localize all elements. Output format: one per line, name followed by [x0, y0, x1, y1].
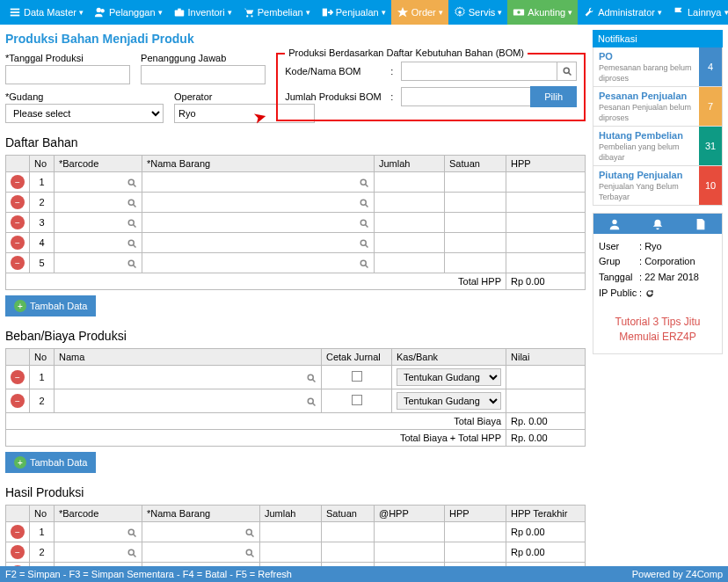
lookup-nama-button[interactable]	[306, 371, 317, 382]
ip-refresh-icon[interactable]	[644, 287, 655, 298]
notif-badge: 4	[699, 47, 722, 86]
chevron-down-icon: ▾	[158, 8, 163, 17]
star-icon	[397, 6, 409, 18]
delete-row-button[interactable]: −	[11, 256, 25, 270]
chevron-down-icon: ▾	[439, 8, 443, 17]
table-row: −2	[6, 193, 586, 213]
lookup-nama-button[interactable]	[359, 236, 369, 247]
plus-icon: +	[14, 456, 26, 469]
cetak-jurnal-checkbox[interactable]	[352, 395, 362, 405]
kas-bank-select[interactable]: Tentukan Gudang	[397, 392, 501, 410]
footer-powered: Powered by Z4Comp	[632, 569, 723, 579]
tab-file-icon[interactable]	[679, 214, 722, 234]
out-icon	[321, 6, 333, 18]
tutorial-link[interactable]: Tutorial 3 Tips Jitu Memulai ERZ4P	[593, 306, 722, 353]
delete-row-button[interactable]: −	[11, 545, 25, 559]
tgl-produksi-label: *Tanggal Produksi	[5, 53, 130, 63]
lookup-nama-button[interactable]	[359, 196, 369, 207]
notif-item[interactable]: Piutang PenjualanPenjualan Yang Belum Te…	[593, 166, 723, 206]
delete-row-button[interactable]: −	[11, 195, 25, 209]
flag-icon	[673, 6, 685, 18]
notif-item[interactable]: Hutang PembelianPembelian yang belum dib…	[593, 127, 723, 166]
delete-row-button[interactable]: −	[11, 525, 25, 539]
notif-subtitle: Penjualan Yang Belum Terbayar	[599, 182, 679, 201]
lookup-nama-button[interactable]	[244, 546, 255, 557]
bom-legend: Produksi Berdasarkan Daftar Kebutuhan Ba…	[285, 47, 528, 58]
delete-row-button[interactable]: −	[11, 370, 25, 384]
lookup-nama-button[interactable]	[359, 176, 369, 186]
menu-pembelian[interactable]: Pembelian▾	[237, 0, 316, 25]
notif-title: Piutang Penjualan	[599, 170, 694, 180]
notif-title: PO	[599, 51, 694, 62]
menu-order[interactable]: Order▾	[391, 0, 448, 25]
chevron-down-icon: ▾	[568, 8, 572, 17]
notif-title: Hutang Pembelian	[599, 130, 694, 141]
lookup-nama-button[interactable]	[359, 216, 369, 227]
notif-subtitle: Pembelian yang belum dibayar	[599, 142, 680, 162]
table-row: −1Tentukan Gudang	[6, 366, 586, 389]
chevron-down-icon: ▾	[724, 8, 729, 17]
lookup-nama-button[interactable]	[359, 257, 369, 267]
delete-row-button[interactable]: −	[11, 215, 25, 229]
lookup-barcode-button[interactable]	[127, 257, 137, 267]
notif-item[interactable]: Pesanan PenjualanPesanan Penjualan belum…	[593, 87, 723, 127]
bom-kode-label: Kode/Nama BOM	[285, 66, 390, 76]
menu-lainnya[interactable]: Lainnya▾	[667, 0, 728, 25]
notif-badge: 7	[699, 87, 722, 126]
bom-pilih-button[interactable]: Pilih	[530, 86, 577, 107]
tab-bell-icon[interactable]	[637, 214, 680, 234]
delete-row-button[interactable]: −	[11, 236, 25, 250]
chevron-down-icon: ▾	[79, 8, 84, 17]
chevron-down-icon: ▾	[498, 8, 502, 17]
lookup-barcode-button[interactable]	[127, 526, 137, 536]
beban-tambah-button[interactable]: +Tambah Data	[5, 452, 96, 473]
lookup-barcode-button[interactable]	[127, 176, 137, 186]
tgl-produksi-input[interactable]	[5, 65, 130, 84]
beban-table: No Nama Cetak Jurnal Kas/Bank Nilai −1Te…	[5, 348, 586, 447]
bom-jml-input[interactable]	[401, 87, 531, 106]
list-icon	[9, 6, 21, 18]
cetak-jurnal-checkbox[interactable]	[352, 371, 362, 382]
user-panel: User: Ryo Grup: Corporation Tanggal: 22 …	[593, 213, 723, 354]
menu-akunting[interactable]: Akunting▾	[507, 0, 578, 25]
menu-penjualan[interactable]: Penjualan▾	[316, 0, 391, 25]
footer-shortcuts: F2 = Simpan - F3 = Simpan Sementara - F4…	[5, 569, 292, 579]
lookup-nama-button[interactable]	[306, 395, 317, 405]
briefcase-icon	[173, 6, 186, 18]
menu-servis[interactable]: Servis▾	[448, 0, 508, 25]
tab-user-icon[interactable]	[593, 214, 637, 234]
kas-bank-select[interactable]: Tentukan Gudang	[397, 368, 501, 386]
bom-kode-input[interactable]	[401, 62, 557, 81]
gear-icon	[454, 6, 466, 18]
money-icon	[513, 6, 525, 18]
menu-data-master[interactable]: Data Master▾	[4, 0, 89, 25]
gudang-select[interactable]: Please select	[5, 104, 164, 123]
notif-subtitle: Pemesanan barang belum diproses	[599, 63, 692, 83]
chevron-down-icon: ▾	[658, 8, 662, 17]
menu-inventori[interactable]: Inventori▾	[168, 0, 237, 25]
delete-row-button[interactable]: −	[11, 175, 25, 189]
page-title: Produksi Bahan Menjadi Produk	[5, 32, 586, 46]
bom-kode-search-button[interactable]	[557, 62, 577, 81]
bahan-tambah-button[interactable]: +Tambah Data	[5, 295, 96, 316]
table-row: −4	[6, 233, 586, 253]
bom-box: ➤ Produksi Berdasarkan Daftar Kebutuhan …	[276, 53, 586, 121]
lookup-barcode-button[interactable]	[127, 216, 137, 227]
lookup-barcode-button[interactable]	[127, 196, 137, 207]
penanggung-jawab-input[interactable]	[141, 65, 266, 84]
chevron-down-icon: ▾	[306, 8, 310, 17]
notif-title: Pesanan Penjualan	[599, 91, 694, 101]
menu-pelanggan[interactable]: Pelanggan▾	[89, 0, 168, 25]
hasil-title: Hasil Produksi	[5, 485, 586, 499]
notif-item[interactable]: POPemesanan barang belum diproses4	[593, 47, 723, 87]
penanggung-jawab-label: Penanggung Jawab	[141, 53, 266, 63]
lookup-nama-button[interactable]	[244, 526, 255, 536]
notif-header: Notifikasi	[593, 30, 723, 47]
table-row: −2Tentukan Gudang	[6, 389, 586, 413]
chevron-down-icon: ▾	[382, 8, 386, 17]
users-icon	[94, 6, 106, 18]
delete-row-button[interactable]: −	[11, 394, 25, 408]
menu-administrator[interactable]: Administrator▾	[578, 0, 667, 25]
lookup-barcode-button[interactable]	[127, 546, 137, 557]
lookup-barcode-button[interactable]	[127, 236, 137, 247]
